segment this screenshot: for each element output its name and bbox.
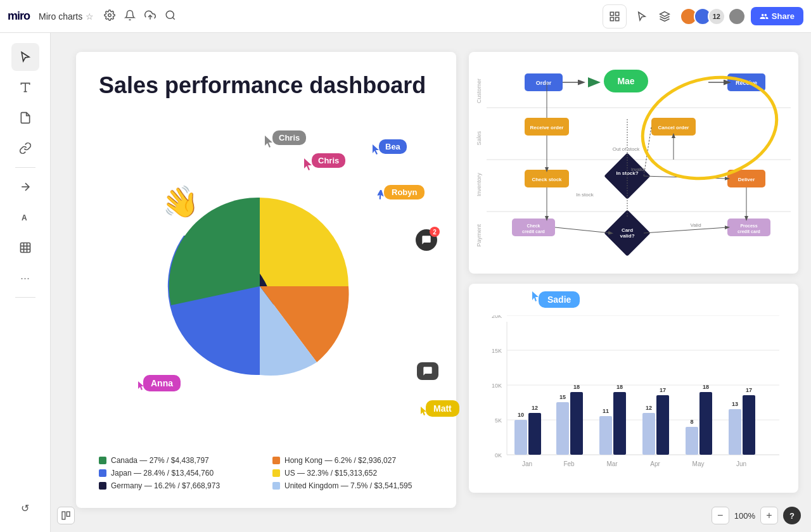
svg-text:Mar: Mar — [606, 460, 618, 467]
select-tool[interactable] — [11, 43, 39, 71]
zoom-in-button[interactable]: + — [760, 507, 778, 524]
svg-text:Apr: Apr — [650, 460, 660, 467]
svg-text:17: 17 — [746, 387, 752, 393]
svg-text:18: 18 — [573, 384, 580, 390]
sticky-note-tool[interactable] — [11, 104, 39, 132]
svg-rect-82 — [556, 402, 569, 455]
sales-dashboard-panel: Sales performance dashboard 👋 — [76, 52, 456, 508]
svg-text:Deliver: Deliver — [738, 177, 755, 182]
svg-text:8: 8 — [690, 419, 693, 425]
legend-item-germany: Germany — 16.2% / $7,668,973 — [99, 481, 260, 490]
svg-text:May: May — [693, 460, 705, 467]
text-add-tool[interactable]: A — [11, 203, 39, 231]
svg-point-0 — [108, 13, 112, 16]
legend-dot-germany — [99, 482, 106, 490]
svg-marker-64 — [532, 291, 539, 301]
svg-text:credit card: credit card — [738, 229, 760, 234]
layout-toggle[interactable] — [57, 507, 75, 524]
svg-text:5K: 5K — [495, 417, 502, 424]
svg-text:credit card: credit card — [522, 229, 545, 234]
cursor-label-robyn: Robyn — [384, 185, 425, 200]
svg-text:Check stock: Check stock — [532, 177, 562, 182]
cursor-sadie: Sadie — [532, 291, 580, 308]
cursor-bea: Bea — [373, 144, 381, 158]
fc-row-sales: Sales — [476, 131, 482, 146]
search-icon[interactable] — [165, 10, 176, 23]
svg-text:12: 12 — [646, 405, 652, 411]
svg-text:Invalid: Invalid — [631, 167, 644, 172]
svg-text:Jun: Jun — [736, 460, 746, 467]
legend-dot-us — [272, 469, 280, 477]
svg-line-57 — [644, 176, 727, 179]
fc-row-customer: Customer — [476, 79, 482, 103]
chat-badge: 2 — [430, 227, 440, 237]
star-icon[interactable]: ☆ — [86, 11, 94, 22]
svg-text:Receive order: Receive order — [530, 125, 564, 130]
zoom-out-button[interactable]: − — [712, 507, 729, 524]
topbar-right: 12 Share — [603, 4, 803, 28]
chat-bubble-1[interactable]: 2 — [416, 229, 437, 251]
svg-text:12: 12 — [532, 405, 538, 411]
cursor-label-anna: Anna — [143, 375, 181, 391]
pie-chart — [152, 179, 367, 394]
legend-item-canada: Canada — 27% / $4,438,797 — [99, 456, 260, 465]
settings-icon[interactable] — [104, 10, 115, 23]
bell-icon[interactable] — [124, 10, 136, 23]
svg-rect-97 — [686, 427, 698, 455]
legend-dot-japan — [99, 469, 106, 477]
svg-rect-108 — [67, 512, 70, 516]
cursor-robyn: Robyn — [378, 190, 386, 204]
svg-line-60 — [644, 227, 727, 233]
help-button[interactable]: ? — [783, 507, 801, 524]
cursor-tool-2[interactable] — [655, 6, 675, 27]
svg-text:18: 18 — [703, 384, 709, 390]
svg-text:17: 17 — [660, 387, 666, 393]
svg-rect-7 — [610, 17, 613, 20]
link-tool[interactable] — [11, 134, 39, 162]
right-panels: Customer Sales Inventory Payment Order R… — [469, 52, 798, 493]
svg-text:Valid: Valid — [690, 222, 701, 228]
barchart-panel: Sadie 0K 5K 10K 15K — [469, 284, 798, 493]
legend-item-japan: Japan — 28.4% / $13,454,760 — [99, 469, 260, 478]
undo-tool[interactable]: ↺ — [11, 494, 39, 522]
svg-rect-5 — [615, 12, 618, 15]
svg-rect-93 — [656, 395, 669, 455]
legend-item-uk: United Kingdom — 7.5% / $3,541,595 — [272, 481, 433, 490]
more-tools[interactable]: ··· — [11, 264, 39, 292]
frame-tool[interactable] — [11, 234, 39, 262]
svg-rect-83 — [570, 392, 583, 455]
text-tool[interactable] — [11, 73, 39, 101]
svg-text:Cancel order: Cancel order — [658, 125, 689, 130]
svg-rect-92 — [642, 413, 655, 455]
svg-rect-6 — [615, 17, 618, 20]
canvas-area[interactable]: Sales performance dashboard 👋 — [51, 33, 811, 532]
svg-text:13: 13 — [732, 401, 738, 407]
cursor-tools — [632, 6, 675, 27]
svg-text:10K: 10K — [492, 383, 502, 389]
flowchart-svg: Order Receive Mae Receive order — [487, 57, 791, 266]
svg-text:In stock: In stock — [576, 192, 594, 198]
grid-view-button[interactable] — [603, 4, 627, 28]
topbar: miro Miro charts ☆ — [0, 0, 811, 33]
cursor-chris-1: Chris — [265, 136, 275, 151]
svg-text:Card: Card — [622, 227, 633, 233]
svg-point-2 — [167, 11, 174, 18]
svg-rect-88 — [613, 392, 626, 455]
topbar-icons — [104, 10, 176, 23]
pen-tool[interactable] — [11, 173, 39, 201]
sidebar-bottom: ↺ — [11, 494, 39, 522]
barchart-svg: 0K 5K 10K 15K 20K 10 12 Jan 15 18 — [482, 315, 786, 486]
svg-text:15K: 15K — [492, 348, 502, 354]
miro-logo: miro — [8, 10, 30, 23]
cursor-tool-1[interactable] — [632, 6, 652, 27]
share-upload-icon[interactable] — [144, 10, 156, 23]
main-area: A ··· ↺ Sales performance dashboard 👋 — [0, 33, 811, 532]
cursor-label-matt: Matt — [426, 400, 459, 417]
avatar-3 — [728, 8, 746, 25]
chat-bubble-2[interactable] — [417, 362, 438, 380]
chart-legend: Canada — 27% / $4,438,797 Hong Kong — 6.… — [99, 456, 433, 490]
svg-text:Jan: Jan — [522, 460, 532, 467]
svg-rect-107 — [62, 512, 65, 519]
share-button[interactable]: Share — [751, 7, 803, 25]
svg-rect-78 — [528, 413, 541, 455]
